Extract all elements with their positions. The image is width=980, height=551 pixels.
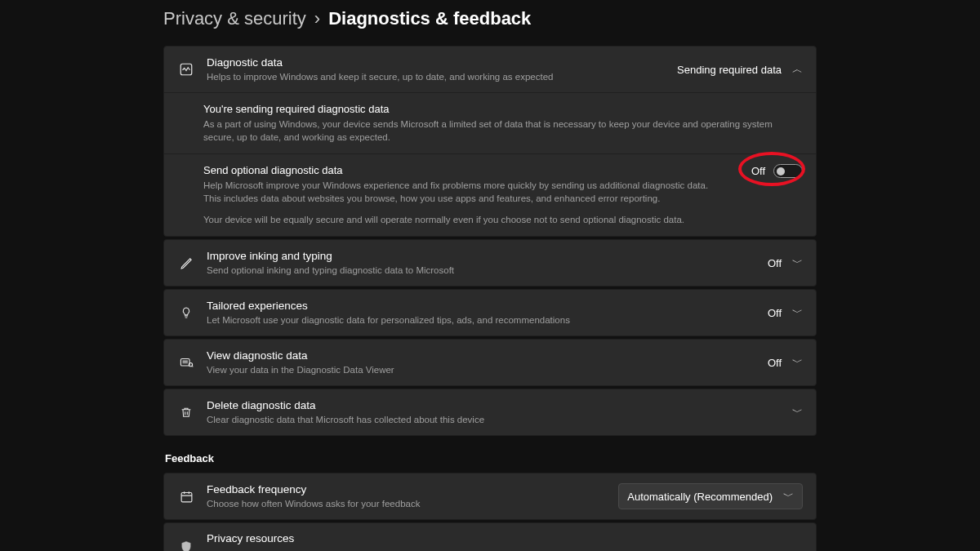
breadcrumb-parent[interactable]: Privacy & security — [163, 8, 306, 29]
feedback-frequency-dropdown[interactable]: Automatically (Recommended) ﹀ — [618, 483, 803, 509]
breadcrumb-separator: › — [314, 8, 320, 29]
delete-diagnostic-panel[interactable]: Delete diagnostic data Clear diagnostic … — [163, 389, 817, 436]
chevron-up-icon: ︿ — [791, 62, 803, 77]
svg-rect-0 — [180, 64, 192, 75]
chevron-down-icon: ﹀ — [791, 405, 803, 420]
chevron-down-icon: ﹀ — [782, 489, 794, 504]
diagnostic-data-header[interactable]: Diagnostic data Helps to improve Windows… — [164, 47, 816, 92]
privacy-resources-panel: Privacy resources About these settings a… — [163, 522, 817, 551]
required-data-section: You're sending required diagnostic data … — [164, 92, 816, 153]
inking-typing-value: Off — [768, 257, 782, 269]
diagnostic-data-desc: Helps to improve Windows and keep it sec… — [207, 71, 666, 84]
view-diagnostic-panel[interactable]: View diagnostic data View your data in t… — [163, 339, 817, 386]
optional-data-note: Your device will be equally secure and w… — [203, 213, 803, 226]
delete-diagnostic-title: Delete diagnostic data — [207, 398, 780, 413]
required-data-desc: As a part of using Windows, your device … — [203, 118, 803, 144]
feedback-frequency-panel: Feedback frequency Choose how often Wind… — [163, 473, 817, 520]
inking-typing-desc: Send optional inking and typing diagnost… — [207, 264, 756, 278]
breadcrumb-current: Diagnostics & feedback — [328, 8, 531, 29]
diagnostic-data-icon — [177, 62, 195, 77]
optional-data-toggle[interactable] — [773, 164, 803, 178]
trash-icon — [177, 405, 195, 420]
view-diagnostic-value: Off — [768, 357, 782, 369]
view-diagnostic-title: View diagnostic data — [207, 349, 756, 363]
svg-rect-1 — [180, 359, 189, 367]
inking-typing-panel[interactable]: Improve inking and typing Send optional … — [163, 239, 817, 287]
chevron-down-icon: ﹀ — [791, 256, 803, 270]
chevron-down-icon: ﹀ — [791, 305, 803, 320]
breadcrumb: Privacy & security › Diagnostics & feedb… — [163, 8, 817, 29]
required-data-title: You're sending required diagnostic data — [203, 103, 803, 115]
diagnostic-data-title: Diagnostic data — [207, 56, 666, 70]
feedback-frequency-title: Feedback frequency — [207, 482, 607, 497]
shield-icon — [177, 540, 195, 551]
optional-data-title: Send optional diagnostic data — [203, 164, 803, 176]
optional-data-desc: Help Microsoft improve your Windows expe… — [203, 179, 726, 205]
diagnostic-data-panel: Diagnostic data Helps to improve Windows… — [163, 46, 817, 237]
feedback-section-label: Feedback — [165, 452, 817, 464]
svg-rect-3 — [181, 493, 192, 502]
pen-icon — [177, 256, 195, 270]
lightbulb-icon — [177, 305, 195, 320]
data-viewer-icon — [177, 356, 195, 370]
tailored-experiences-desc: Let Microsoft use your diagnostic data f… — [207, 314, 756, 327]
tailored-experiences-title: Tailored experiences — [207, 299, 756, 313]
privacy-resources-title: Privacy resources — [207, 531, 803, 546]
feedback-frequency-desc: Choose how often Windows asks for your f… — [207, 498, 607, 511]
calendar-icon — [177, 490, 195, 504]
optional-data-toggle-label: Off — [751, 165, 765, 177]
optional-data-section: Off Send optional diagnostic data Help M… — [164, 153, 816, 236]
inking-typing-title: Improve inking and typing — [207, 249, 756, 264]
tailored-experiences-panel[interactable]: Tailored experiences Let Microsoft use y… — [163, 289, 817, 336]
feedback-frequency-selected: Automatically (Recommended) — [627, 491, 773, 503]
diagnostic-data-status: Sending required data — [677, 64, 782, 76]
delete-diagnostic-desc: Clear diagnostic data that Microsoft has… — [207, 414, 780, 427]
tailored-experiences-value: Off — [768, 307, 782, 319]
view-diagnostic-desc: View your data in the Diagnostic Data Vi… — [207, 364, 756, 377]
chevron-down-icon: ﹀ — [791, 355, 803, 370]
